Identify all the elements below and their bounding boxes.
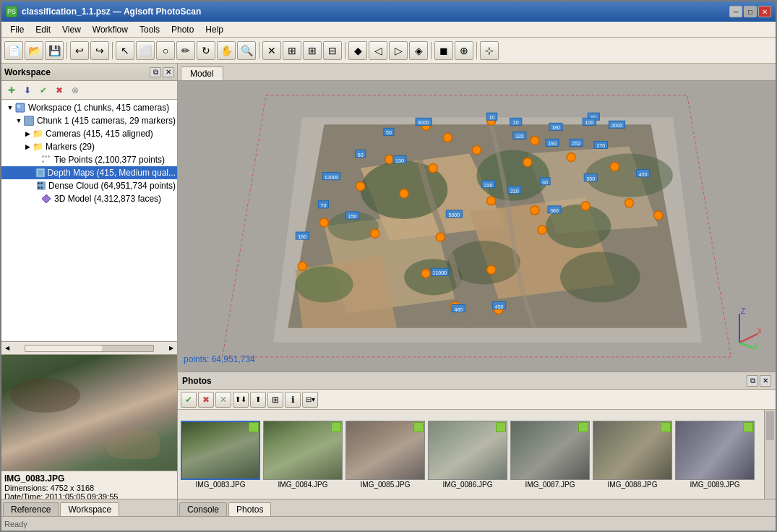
svg-text:X: X	[757, 327, 761, 335]
crop-button[interactable]: ⊞	[283, 41, 301, 60]
scroll-track[interactable]	[25, 345, 154, 352]
render-button[interactable]: ◼	[434, 41, 453, 60]
panel-close-button[interactable]: ✕	[163, 67, 174, 77]
depth-maps-icon	[35, 167, 46, 179]
tree-arrow-markers[interactable]: ▶	[23, 143, 32, 150]
add-marker-button[interactable]: ◆	[348, 41, 367, 60]
photo-thumb-0088[interactable]: IMG_0088.JPG	[593, 421, 672, 489]
tree-item-cameras[interactable]: ▶ 📁 Cameras (415, 415 aligned)	[1, 127, 177, 140]
menu-tools[interactable]: Tools	[134, 23, 166, 36]
maximize-button[interactable]: □	[744, 6, 757, 17]
ws-activate-button[interactable]: ✔	[36, 83, 51, 98]
tree-arrow-cameras[interactable]: ▶	[23, 130, 32, 137]
photos-grid-button[interactable]: ⊞	[267, 392, 283, 408]
redo-button[interactable]: ↪	[90, 41, 109, 60]
tab-model[interactable]: Model	[181, 66, 223, 80]
photos-toolbar: ✔ ✖ ✕ ⬆⬇ ⬆ ⊞ ℹ ⊟▾	[178, 390, 776, 410]
workspace-scrollbar[interactable]: ◀ ▶	[1, 341, 177, 354]
photos-close-button[interactable]: ✕	[760, 375, 771, 387]
svg-point-44	[298, 262, 306, 270]
status-bar: Ready	[1, 516, 776, 531]
tab-reference[interactable]: Reference	[3, 502, 59, 516]
pan-button[interactable]: ✋	[217, 41, 236, 60]
photo-grid: IMG_0083.JPG IMG_0084.JPG	[178, 410, 764, 499]
scroll-right-button[interactable]: ▶	[166, 342, 177, 355]
circle-select-button[interactable]: ○	[156, 41, 175, 60]
tree-item-dense-cloud[interactable]: Dense Cloud (64,951,734 points)	[1, 179, 177, 192]
photos-delete-button[interactable]: ✕	[215, 392, 231, 408]
photos-add-button[interactable]: ✔	[181, 392, 197, 408]
add-shape-button[interactable]: ◈	[409, 41, 428, 60]
svg-text:160: 160	[298, 234, 306, 239]
ws-import-button[interactable]: ⬇	[20, 83, 35, 98]
close-button[interactable]: ✕	[758, 6, 771, 17]
tree-item-depth-maps[interactable]: Depth Maps (415, Medium qual...	[1, 166, 177, 179]
rotate-button[interactable]: ↻	[197, 41, 215, 60]
ws-remove-button[interactable]: ✖	[52, 83, 66, 98]
tree-item-markers[interactable]: ▶ 📁 Markers (29)	[1, 140, 177, 153]
zoom-button[interactable]: 🔍	[237, 41, 256, 60]
viewport-3d[interactable]: Perspective 30°	[178, 81, 776, 372]
scroll-left-button[interactable]: ◀	[1, 342, 13, 355]
photo-thumb-0085[interactable]: IMG_0085.JPG	[345, 421, 425, 489]
photo-thumb-0083[interactable]: IMG_0083.JPG	[181, 421, 260, 489]
menu-view[interactable]: View	[56, 23, 87, 36]
tree-item-chunk[interactable]: ▼ Chunk 1 (415 cameras, 29 markers)	[1, 114, 177, 127]
svg-text:220: 220	[484, 183, 493, 188]
minimize-button[interactable]: ─	[729, 6, 742, 17]
photos-scrollbar[interactable]	[764, 410, 776, 499]
photos-view-button[interactable]: ⊟▾	[302, 392, 318, 408]
menu-edit[interactable]: Edit	[30, 23, 56, 36]
export-button[interactable]: ⊕	[455, 41, 473, 60]
menu-help[interactable]: Help	[199, 23, 229, 36]
tree-arrow-chunk[interactable]: ▼	[14, 117, 23, 124]
panel-undock-button[interactable]: ⧉	[150, 67, 161, 77]
select-button[interactable]: ↖	[116, 41, 134, 60]
photo-thumb-0087[interactable]: IMG_0087.JPG	[510, 421, 590, 489]
thumb-badge-0084	[331, 422, 341, 432]
move-button[interactable]: ⊹	[480, 41, 499, 60]
undo-button[interactable]: ↩	[70, 41, 89, 60]
add-scale-button[interactable]: ◁	[369, 41, 387, 60]
menu-workflow[interactable]: Workflow	[87, 23, 134, 36]
free-select-button[interactable]: ✏	[176, 41, 195, 60]
save-button[interactable]: 💾	[45, 41, 64, 60]
delete-button[interactable]: ✕	[262, 41, 281, 60]
photos-remove-button[interactable]: ✖	[198, 392, 214, 408]
open-button[interactable]: 📂	[25, 41, 43, 60]
markers-label: Markers (29)	[46, 142, 95, 152]
grid-button[interactable]: ⊞	[303, 41, 322, 60]
menu-photo[interactable]: Photo	[166, 23, 199, 36]
chunk-button[interactable]: ⊟	[323, 41, 342, 60]
ws-clear-button[interactable]: ⊗	[68, 83, 82, 98]
svg-point-22	[295, 266, 353, 302]
ws-add-button[interactable]: ✚	[4, 83, 19, 98]
svg-text:70: 70	[321, 203, 327, 208]
tree-item-tie-points[interactable]: Tie Points (2,100,377 points)	[1, 153, 177, 166]
photos-panel-title: Photos	[182, 376, 212, 386]
preview-panel: IMG_0083.JPG Dimensions: 4752 x 3168 Dat…	[1, 354, 177, 499]
rect-select-button[interactable]: ⬜	[136, 41, 155, 60]
svg-point-31	[567, 153, 575, 161]
tree-arrow-workspace[interactable]: ▼	[6, 104, 14, 111]
new-button[interactable]: 📄	[4, 41, 23, 60]
svg-line-109	[739, 343, 754, 348]
tree-item-3d-model[interactable]: 3D Model (4,312,873 faces)	[1, 192, 177, 205]
status-text: Ready	[4, 520, 27, 528]
tree-item-workspace[interactable]: ▼ Workspace (1 chunks, 415 cameras)	[1, 101, 177, 114]
tab-console[interactable]: Console	[179, 502, 227, 516]
thumb-container-0083	[181, 421, 260, 480]
photos-undock-button[interactable]: ⧉	[747, 375, 758, 387]
photo-thumb-0086[interactable]: IMG_0086.JPG	[428, 421, 507, 489]
photo-thumb-0089[interactable]: IMG_0089.JPG	[675, 421, 755, 489]
svg-text:100: 100	[585, 120, 593, 125]
photos-import-button[interactable]: ⬆⬇	[233, 392, 249, 408]
tab-workspace[interactable]: Workspace	[60, 502, 119, 516]
menu-file[interactable]: File	[4, 23, 30, 36]
toolbar-separator-3	[259, 42, 259, 59]
photos-export-button[interactable]: ⬆	[250, 392, 266, 408]
photo-thumb-0084[interactable]: IMG_0084.JPG	[263, 421, 343, 489]
add-region-button[interactable]: ▷	[389, 41, 408, 60]
tab-photos[interactable]: Photos	[228, 502, 271, 516]
photos-info-button[interactable]: ℹ	[285, 392, 301, 408]
